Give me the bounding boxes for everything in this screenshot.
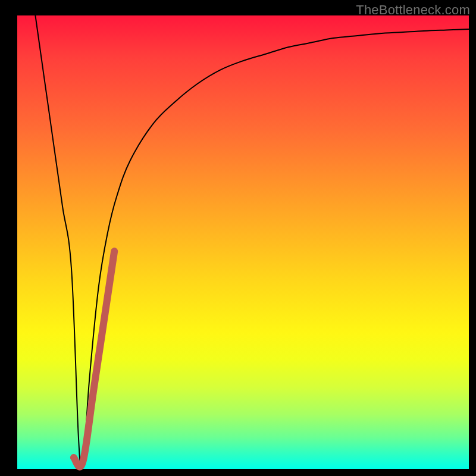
curve-group <box>35 15 469 467</box>
chart-svg <box>17 15 469 469</box>
bottleneck-curve <box>35 15 469 465</box>
watermark-text: TheBottleneck.com <box>356 2 470 18</box>
chart-frame: TheBottleneck.com <box>0 0 476 476</box>
highlight-segment <box>74 251 114 466</box>
